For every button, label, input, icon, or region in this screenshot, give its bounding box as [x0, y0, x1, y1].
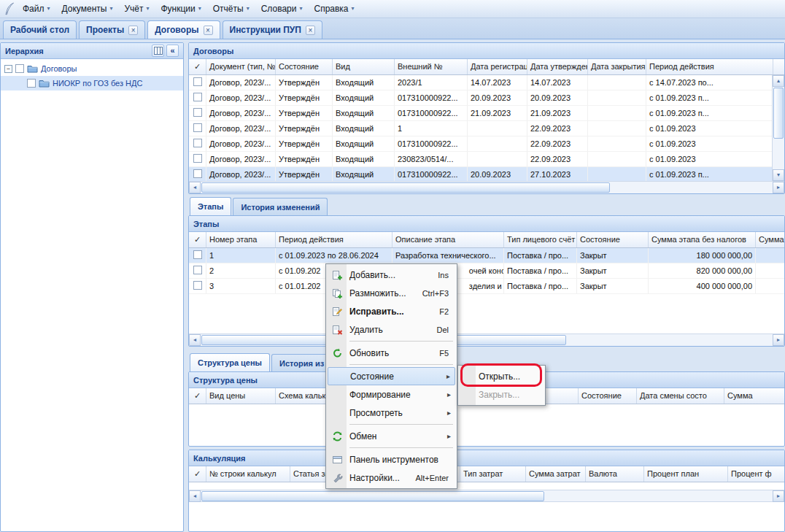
column-header[interactable]: Описание этапа — [392, 232, 504, 247]
table-row[interactable]: Договор, 2023/...УтверждёнВходящий230823… — [189, 152, 784, 167]
context-menu-item-edit[interactable]: Исправить...F2 — [328, 302, 455, 320]
row-checkbox[interactable] — [193, 123, 202, 132]
column-header[interactable]: Сумма — [756, 232, 784, 247]
tab-desktop[interactable]: Рабочий стол — [3, 20, 77, 39]
scroll-left-button[interactable]: ◂ — [189, 490, 201, 502]
scroll-right-button[interactable]: ▸ — [773, 490, 784, 502]
column-header[interactable]: Номер этапа — [206, 232, 276, 247]
column-header[interactable]: Дата утверждения — [527, 59, 588, 74]
context-menu-item-add[interactable]: Добавить...Ins — [328, 266, 455, 284]
price-tab-changes-history[interactable]: История из — [271, 354, 332, 371]
column-header[interactable]: Дата закрытия — [588, 59, 646, 74]
row-checkbox[interactable] — [193, 77, 202, 86]
tree-expander-icon[interactable]: − — [4, 65, 12, 73]
tree-node[interactable]: НИОКР по ГОЗ без НДС — [1, 76, 183, 90]
scroll-down-button[interactable]: ▾ — [773, 169, 784, 181]
column-header[interactable]: Сумма затрат — [526, 466, 586, 482]
row-checkbox[interactable] — [193, 139, 202, 147]
tab-pup-instructions[interactable]: Инструкции ПУП× — [223, 20, 322, 39]
column-header[interactable]: Сумма — [724, 388, 784, 404]
column-header[interactable]: № строки калькул — [206, 466, 290, 482]
context-menu-item-formation[interactable]: Формирование▸ — [328, 385, 455, 404]
context-menu-item-view[interactable]: Просмотреть▸ — [328, 404, 455, 422]
tab-close-icon[interactable]: × — [128, 26, 138, 35]
column-header[interactable]: Период действия — [646, 59, 773, 74]
context-menu-item-state[interactable]: Состояние▸ — [328, 367, 455, 385]
column-header[interactable]: Вид — [333, 59, 395, 74]
row-checkbox[interactable] — [193, 250, 202, 259]
column-header[interactable]: Состояние — [276, 59, 333, 74]
column-header[interactable]: Дата смены состо — [637, 388, 724, 404]
row-checkbox[interactable] — [193, 169, 202, 178]
scroll-right-button[interactable]: ▸ — [773, 334, 784, 346]
stages-tab-changes-history[interactable]: История изменений — [233, 198, 328, 215]
price-tab-price-structure[interactable]: Структура цены — [190, 353, 270, 371]
tab-projects[interactable]: Проекты× — [79, 20, 145, 39]
row-checkbox[interactable] — [193, 108, 202, 117]
context-menu-item-refresh[interactable]: ОбновитьF5 — [328, 344, 455, 362]
context-menu-item-settings[interactable]: Настройки...Alt+Enter — [328, 469, 455, 487]
hierarchy-collapse-button[interactable]: « — [166, 45, 179, 57]
tree-checkbox[interactable] — [27, 79, 36, 88]
row-checkbox[interactable] — [193, 93, 202, 101]
tab-close-icon[interactable]: × — [204, 26, 213, 35]
column-header[interactable]: Процент план — [644, 466, 728, 482]
column-header[interactable]: Состояние — [577, 232, 649, 247]
context-menu-item-delete[interactable]: УдалитьDel — [328, 320, 455, 339]
contracts-horizontal-scrollbar[interactable]: ◂▸ — [189, 181, 784, 193]
column-header[interactable]: Внешний № — [395, 59, 468, 74]
column-header[interactable]: ✓ — [189, 466, 206, 482]
menubar-item-accounting[interactable]: Учёт▾ — [118, 1, 155, 16]
menubar-item-dictionaries[interactable]: Словари▾ — [255, 1, 309, 16]
table-row[interactable]: 2с 01.09.202 очей конс...Поставка / про.… — [189, 263, 784, 279]
column-header[interactable]: Документ (тип, № — [206, 59, 276, 74]
column-header[interactable]: Валюта — [586, 466, 644, 482]
tree-node[interactable]: −Договоры — [1, 61, 183, 76]
menubar-item-file[interactable]: Файл▾ — [17, 1, 56, 16]
column-header[interactable]: Состояние — [579, 388, 637, 404]
column-header[interactable]: ✓ — [189, 59, 206, 74]
table-row[interactable]: Договор, 2023/...УтверждёнВходящий2023/1… — [189, 75, 784, 90]
hierarchy-columns-button[interactable] — [152, 45, 164, 57]
menubar-item-documents[interactable]: Документы▾ — [56, 1, 119, 16]
tab-contracts[interactable]: Договоры× — [147, 20, 220, 39]
column-header[interactable]: Процент ф — [728, 466, 784, 482]
column-header[interactable]: Вид цены — [206, 388, 276, 404]
contracts-vertical-scrollbar[interactable]: ▴▾ — [772, 75, 784, 181]
calc-horizontal-scrollbar[interactable]: ◂▸ — [189, 490, 784, 502]
table-row[interactable]: Договор, 2023/...УтверждёнВходящий017310… — [189, 90, 784, 106]
table-row[interactable]: Договор, 2023/...УтверждёнВходящий122.09… — [189, 121, 784, 136]
scroll-thumb[interactable] — [201, 491, 544, 501]
scroll-up-button[interactable]: ▴ — [773, 75, 784, 87]
context-menu-item-duplicate[interactable]: Размножить...Ctrl+F3 — [328, 284, 455, 302]
submenu-item-close[interactable]: Закрыть... — [460, 385, 544, 404]
table-row[interactable]: 1с 01.09.2023 по 28.06.2024Разработка те… — [189, 248, 784, 263]
row-checkbox[interactable] — [193, 266, 202, 274]
submenu-item-open[interactable]: Открыть... — [460, 367, 544, 385]
stages-tab-stages[interactable]: Этапы — [190, 197, 231, 215]
column-header[interactable]: Сумма этапа без налогов — [649, 232, 756, 247]
row-checkbox[interactable] — [193, 281, 202, 290]
menubar-item-functions[interactable]: Функции▾ — [155, 1, 206, 16]
table-row[interactable]: Договор, 2023/...УтверждёнВходящий017310… — [189, 167, 784, 182]
table-row[interactable]: Договор, 2023/...УтверждёнВходящий017310… — [189, 106, 784, 121]
scroll-left-button[interactable]: ◂ — [189, 334, 201, 346]
table-row[interactable]: 3с 01.01.202 зделия и ...Поставка / про.… — [189, 279, 784, 294]
tab-close-icon[interactable]: × — [306, 26, 315, 35]
scroll-left-button[interactable]: ◂ — [189, 182, 201, 193]
column-header[interactable]: Тип лицевого счёт — [504, 232, 577, 247]
row-checkbox[interactable] — [193, 154, 202, 163]
menubar-item-reports[interactable]: Отчёты▾ — [207, 1, 255, 16]
context-menu-item-toolbar-panel[interactable]: Панель инструментов — [328, 450, 455, 469]
table-row[interactable]: Договор, 2023/...УтверждёнВходящий017310… — [189, 136, 784, 152]
menubar-item-help[interactable]: Справка▾ — [308, 1, 360, 16]
column-header[interactable]: Дата регистрации — [468, 59, 527, 74]
scroll-thumb[interactable] — [201, 182, 610, 193]
scroll-right-button[interactable]: ▸ — [773, 182, 784, 193]
context-menu-item-exchange[interactable]: Обмен▸ — [328, 427, 455, 445]
stages-horizontal-scrollbar[interactable]: ◂▸ — [189, 334, 784, 346]
column-header[interactable]: ✓ — [189, 388, 206, 404]
column-header[interactable]: Период действия — [276, 232, 392, 247]
column-header[interactable]: Тип затрат — [460, 466, 526, 482]
tree-checkbox[interactable] — [15, 64, 24, 73]
